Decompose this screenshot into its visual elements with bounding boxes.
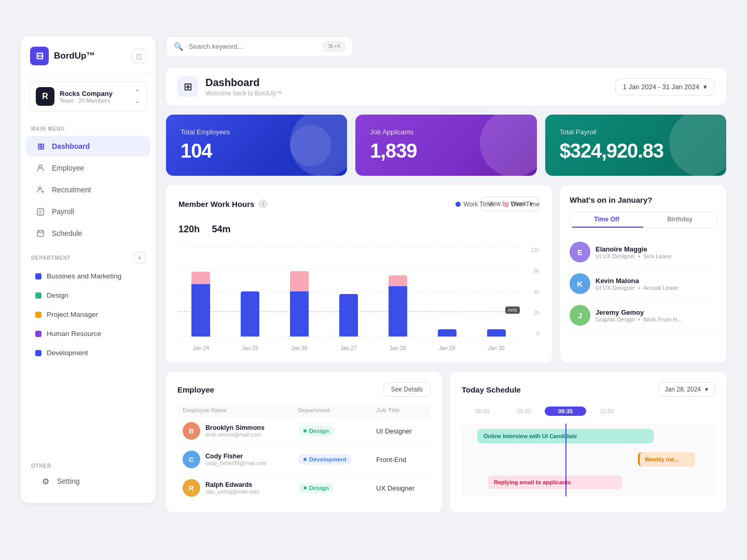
company-selector[interactable]: R Rocks Company Team · 20 Members ⌃⌄ <box>29 81 147 111</box>
time-label-1000: 10.00 <box>586 408 628 414</box>
time-label-0900: 09.00 <box>503 408 545 414</box>
legend-work-time: Work Time <box>455 201 493 208</box>
dept-badge-dot <box>303 458 307 461</box>
dept-badge-cody: Development <box>298 454 352 465</box>
job-title-cody: Front-End <box>371 445 431 474</box>
table-row: R Ralph Edwards ralp_uxdsg@mail.com <box>177 474 431 502</box>
employee-card: Employee See Details Employee Name Depar… <box>166 372 442 512</box>
dept-item-hr[interactable]: Human Resource <box>26 325 150 342</box>
event-name-elanoire: Elanoire Maggie <box>596 245 671 253</box>
employee-table-title: Employee <box>177 385 214 394</box>
col-employee-name: Employee Name <box>177 404 293 417</box>
chart-minutes-value: 54 <box>212 224 222 234</box>
chart-info-icon[interactable]: i <box>258 199 268 208</box>
dept-item-bussines[interactable]: Bussines and Marketing <box>26 268 150 285</box>
event-detail-jeremy: Graphic Design • Work From H... <box>596 316 682 323</box>
sidebar: ⊟ BordUp™ ◫ R Rocks Company Team · 20 Me… <box>21 36 156 503</box>
job-title-brooklyn: UI Designer <box>371 417 431 445</box>
stat-card-payroll: Total Payroll $324,920.83 <box>545 115 726 176</box>
y-label-2h: 2h <box>534 310 540 316</box>
sidebar-toggle-button[interactable]: ◫ <box>132 49 146 63</box>
dept-item-design[interactable]: Design <box>26 287 150 304</box>
sidebar-item-employee[interactable]: Employee <box>26 158 150 178</box>
chart-legend: Work Time Over Time <box>455 201 540 208</box>
sidebar-item-label-schedule: Schedule <box>52 229 82 237</box>
bar-overtime <box>389 275 407 286</box>
work-hours-chart: Member Work Hours i View by Week ▾ 120h … <box>166 185 552 362</box>
event-label-replying: Replying email to applicants <box>494 479 571 485</box>
table-row: B Brooklyn Simmons brok-simms@mail.com <box>177 417 431 445</box>
tab-birthday[interactable]: Birthday <box>643 212 716 228</box>
events-tabs: Time Off Birthday <box>570 212 717 228</box>
bar-work <box>241 291 259 337</box>
dept-item-dev[interactable]: Development <box>26 344 150 361</box>
schedule-card: Today Schedule Jan 28, 2024 ▾ 08.00 09.0… <box>450 372 726 512</box>
bar-label: Jan 29 <box>424 345 469 351</box>
bar-label: Jan 30 <box>474 345 519 351</box>
tab-time-off[interactable]: Time Off <box>570 212 643 228</box>
bar-label: Jan 24 <box>178 345 224 351</box>
dept-dot-design <box>35 292 42 299</box>
dept-item-project[interactable]: Project Manager <box>26 306 150 323</box>
company-avatar: R <box>36 87 54 106</box>
event-detail-elanoire: UI UX Designer • Sick Leave <box>596 253 671 259</box>
events-title: What's on in January? <box>570 195 717 204</box>
events-card: What's on in January? Time Off Birthday … <box>560 185 726 362</box>
add-department-button[interactable]: + <box>134 252 145 263</box>
y-label-4h: 4h <box>534 289 540 295</box>
settings-icon: ⚙ <box>40 476 51 486</box>
sidebar-item-payroll[interactable]: Payroll <box>26 201 150 222</box>
timeline-now-line <box>565 424 566 496</box>
schedule-title: Today Schedule <box>462 385 521 394</box>
events-list: E Elanoire Maggie UI UX Designer • Sick … <box>570 236 717 331</box>
emp-name-cody: Cody Fisher <box>205 453 267 460</box>
dept-badge-brooklyn: Design <box>298 426 334 436</box>
date-range-filter[interactable]: 1 Jan 2024 - 31 Jan 2024 ▾ <box>615 78 715 95</box>
middle-row: Member Work Hours i View by Week ▾ 120h … <box>166 185 726 362</box>
bar-work <box>389 286 407 337</box>
sidebar-item-setting[interactable]: ⚙ Setting <box>31 471 145 492</box>
event-person-elanoire: E Elanoire Maggie UI UX Designer • Sick … <box>570 236 717 268</box>
dept-label-bussines: Bussines and Marketing <box>47 272 121 280</box>
recruitment-icon <box>35 185 46 195</box>
dept-badge-dot <box>303 486 307 489</box>
search-bar[interactable]: 🔍 ⌘+K <box>166 36 353 57</box>
bar-work <box>438 329 457 337</box>
dept-dot-hr <box>35 331 42 337</box>
see-details-button[interactable]: See Details <box>383 382 431 397</box>
schedule-event-weekly: Weekly me... <box>638 452 695 467</box>
svg-point-1 <box>39 187 42 190</box>
event-name-kevin: Kevin Malona <box>596 277 678 285</box>
bar-group-jan-30 <box>474 247 519 337</box>
app-logo-text: BordUp™ <box>54 51 95 61</box>
avatar-cody: C <box>183 451 200 468</box>
schedule-icon <box>35 228 46 239</box>
emp-name-brooklyn: Brooklyn Simmons <box>205 424 265 431</box>
job-title-ralph: UX Designer <box>371 474 431 502</box>
sidebar-item-schedule[interactable]: Schedule <box>26 223 150 244</box>
topbar: 🔍 ⌘+K <box>166 36 726 57</box>
dashboard-header: ⊞ Dashboard Welcome back to BordUp™ 1 Ja… <box>166 68 726 105</box>
chart-minutes-unit: m <box>222 224 230 234</box>
main-nav: ⊞ Dashboard Employee Recruitment Payrol <box>21 135 156 245</box>
schedule-date-button[interactable]: Jan 28, 2024 ▾ <box>658 382 715 397</box>
company-name: Rocks Company <box>60 90 129 97</box>
dashboard-icon-header: ⊞ <box>177 76 198 97</box>
bar-label: Jan 28 <box>375 345 420 351</box>
search-shortcut: ⌘+K <box>324 41 345 51</box>
other-label: OTHER <box>31 463 145 469</box>
bar-work <box>339 294 358 337</box>
bar-work <box>191 284 210 337</box>
bar-group-jan-27 <box>326 247 371 337</box>
bar-work <box>487 329 506 337</box>
search-input[interactable] <box>189 43 319 50</box>
bar-overtime <box>290 271 309 291</box>
main-menu-label: MAIN MENU <box>21 119 156 135</box>
stat-cards: Total Employees 104 Job Applicants 1,839… <box>166 115 726 176</box>
sidebar-item-label-setting: Setting <box>57 477 80 485</box>
sidebar-item-recruitment[interactable]: Recruitment <box>26 179 150 200</box>
sidebar-item-label-recruitment: Recruitment <box>52 186 91 194</box>
event-label-interview: Online Interview with UI Candidate <box>483 433 577 439</box>
sidebar-item-dashboard[interactable]: ⊞ Dashboard <box>26 136 150 157</box>
event-label-weekly: Weekly me... <box>645 456 679 463</box>
